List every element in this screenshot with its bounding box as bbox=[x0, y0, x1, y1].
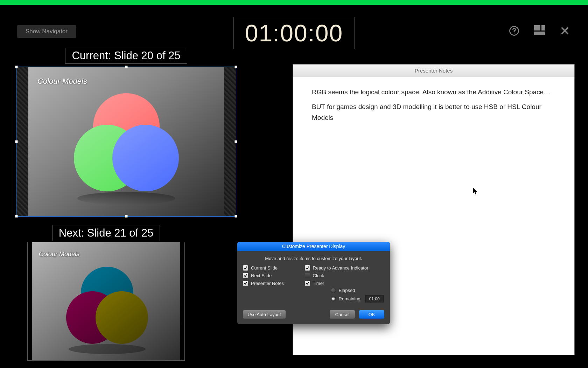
layout-icon[interactable] bbox=[534, 25, 545, 36]
note-line: RGB seems the logical colour space. Also… bbox=[312, 87, 555, 97]
option-current-slide[interactable]: Current Slide bbox=[243, 265, 302, 271]
svg-point-11 bbox=[96, 291, 148, 344]
option-timer[interactable]: Timer bbox=[305, 281, 384, 286]
use-auto-layout-button[interactable]: Use Auto Layout bbox=[243, 310, 286, 319]
option-ready-indicator[interactable]: Ready to Advance Indicator bbox=[305, 265, 384, 271]
option-clock[interactable]: Clock bbox=[305, 273, 384, 278]
radio-elapsed[interactable]: Elapsed bbox=[331, 288, 384, 293]
svg-rect-4 bbox=[534, 32, 545, 35]
checkbox-icon[interactable] bbox=[243, 273, 248, 278]
ok-button[interactable]: OK bbox=[359, 310, 384, 319]
checkbox-icon[interactable] bbox=[305, 273, 310, 278]
option-presenter-notes[interactable]: Presenter Notes bbox=[243, 281, 302, 286]
help-icon[interactable] bbox=[509, 26, 519, 36]
cancel-button[interactable]: Cancel bbox=[330, 310, 355, 319]
radio-remaining[interactable]: Remaining bbox=[331, 295, 384, 302]
remaining-time-input[interactable] bbox=[365, 295, 384, 302]
checkbox-icon[interactable] bbox=[305, 281, 310, 286]
option-next-slide[interactable]: Next Slide bbox=[243, 273, 302, 278]
dialog-titlebar[interactable]: Customize Presenter Display bbox=[237, 242, 390, 251]
customize-presenter-dialog[interactable]: Customize Presenter Display Move and res… bbox=[237, 242, 390, 324]
svg-rect-3 bbox=[541, 25, 545, 30]
svg-rect-2 bbox=[534, 25, 540, 30]
note-line: BUT for games design and 3D modelling it… bbox=[312, 102, 555, 123]
timer-display[interactable]: 01:00:00 bbox=[233, 17, 355, 49]
ready-indicator-bar bbox=[0, 0, 588, 5]
current-slide-label: Current: Slide 20 of 25 bbox=[65, 48, 187, 64]
checkbox-icon[interactable] bbox=[305, 265, 310, 271]
svg-point-8 bbox=[77, 192, 175, 205]
current-slide-preview[interactable]: Colour Models bbox=[16, 67, 236, 217]
close-icon[interactable] bbox=[560, 26, 570, 36]
radio-icon[interactable] bbox=[331, 288, 336, 293]
next-slide-preview[interactable]: Colour Models bbox=[27, 242, 185, 361]
mouse-cursor-icon bbox=[473, 188, 478, 195]
checkbox-icon[interactable] bbox=[243, 281, 248, 286]
radio-icon[interactable] bbox=[331, 296, 336, 301]
presenter-notes-body[interactable]: RGB seems the logical colour space. Also… bbox=[293, 77, 574, 137]
presenter-notes-header: Presenter Notes bbox=[293, 64, 574, 77]
svg-point-12 bbox=[69, 344, 146, 354]
next-slide-label: Next: Slide 21 of 25 bbox=[52, 225, 160, 241]
svg-point-7 bbox=[112, 125, 179, 191]
svg-point-1 bbox=[514, 33, 515, 34]
checkbox-icon[interactable] bbox=[243, 265, 248, 271]
show-navigator-button[interactable]: Show Navigator bbox=[17, 25, 76, 38]
dialog-subtitle: Move and resize items to customize your … bbox=[237, 251, 390, 265]
